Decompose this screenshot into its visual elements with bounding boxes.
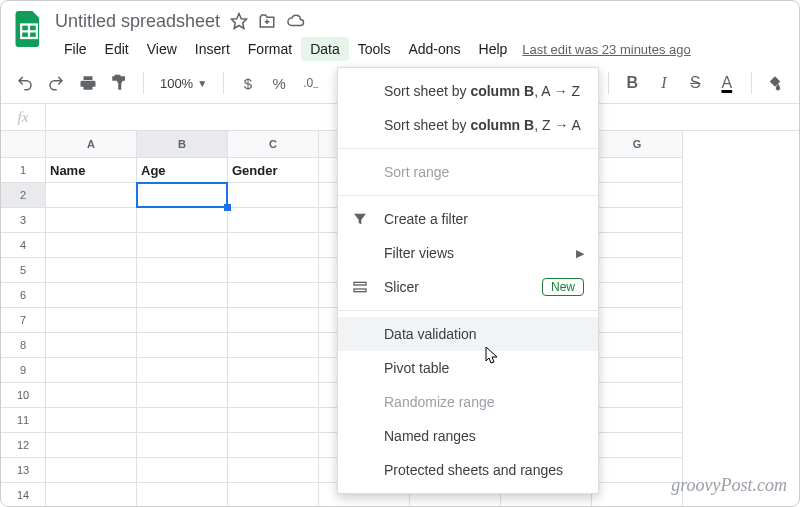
cell[interactable]	[46, 208, 137, 233]
cell[interactable]	[137, 458, 228, 483]
doc-title[interactable]: Untitled spreadsheet	[55, 11, 220, 32]
cell[interactable]	[137, 408, 228, 433]
cell[interactable]	[46, 258, 137, 283]
cell[interactable]	[592, 358, 683, 383]
cell[interactable]: Age	[137, 158, 228, 183]
menu-edit[interactable]: Edit	[96, 37, 138, 61]
row-header[interactable]: 8	[1, 333, 46, 358]
cell[interactable]	[228, 408, 319, 433]
col-header-G[interactable]: G	[592, 131, 683, 158]
menu-file[interactable]: File	[55, 37, 96, 61]
cell[interactable]	[137, 233, 228, 258]
cell[interactable]	[228, 233, 319, 258]
cell[interactable]	[137, 358, 228, 383]
cell[interactable]	[46, 308, 137, 333]
cell[interactable]	[228, 458, 319, 483]
row-header[interactable]: 2	[1, 183, 46, 208]
row-header[interactable]: 9	[1, 358, 46, 383]
cell[interactable]	[46, 383, 137, 408]
col-header-B[interactable]: B	[137, 131, 228, 158]
cell[interactable]	[228, 183, 319, 208]
row-header[interactable]: 13	[1, 458, 46, 483]
row-header[interactable]: 4	[1, 233, 46, 258]
cell[interactable]: Name	[46, 158, 137, 183]
cell[interactable]	[137, 333, 228, 358]
row-header[interactable]: 12	[1, 433, 46, 458]
cell[interactable]	[228, 483, 319, 508]
menu-view[interactable]: View	[138, 37, 186, 61]
cell[interactable]	[228, 433, 319, 458]
cell[interactable]	[228, 258, 319, 283]
col-header-C[interactable]: C	[228, 131, 319, 158]
cell[interactable]	[46, 408, 137, 433]
cell[interactable]	[228, 333, 319, 358]
cell[interactable]	[592, 283, 683, 308]
text-color-button[interactable]: A	[713, 69, 740, 97]
cell[interactable]	[137, 183, 228, 208]
cell[interactable]	[228, 383, 319, 408]
cloud-icon[interactable]	[286, 12, 306, 30]
menu-add-ons[interactable]: Add-ons	[399, 37, 469, 61]
cell[interactable]	[228, 308, 319, 333]
menu-sort-az[interactable]: Sort sheet by column B, A → Z	[338, 74, 598, 108]
cell[interactable]: Gender	[228, 158, 319, 183]
row-header[interactable]: 3	[1, 208, 46, 233]
cell[interactable]	[46, 483, 137, 508]
menu-sort-za[interactable]: Sort sheet by column B, Z → A	[338, 108, 598, 142]
row-header[interactable]: 5	[1, 258, 46, 283]
menu-data-validation[interactable]: Data validation	[338, 317, 598, 351]
decimal-dec-button[interactable]: .0_	[297, 69, 324, 97]
menu-help[interactable]: Help	[470, 37, 517, 61]
cell[interactable]	[592, 483, 683, 508]
paint-format-button[interactable]	[105, 69, 132, 97]
menu-insert[interactable]: Insert	[186, 37, 239, 61]
sheets-logo-icon[interactable]	[13, 9, 45, 49]
row-header[interactable]: 14	[1, 483, 46, 508]
cell[interactable]	[592, 433, 683, 458]
menu-slicer[interactable]: Slicer New	[338, 270, 598, 304]
strikethrough-button[interactable]: S	[682, 69, 709, 97]
menu-create-filter[interactable]: Create a filter	[338, 202, 598, 236]
cell[interactable]	[228, 283, 319, 308]
menu-format[interactable]: Format	[239, 37, 301, 61]
cell[interactable]	[592, 233, 683, 258]
move-icon[interactable]	[258, 12, 276, 30]
star-icon[interactable]	[230, 12, 248, 30]
cell[interactable]	[46, 283, 137, 308]
row-header[interactable]: 1	[1, 158, 46, 183]
cell[interactable]	[592, 458, 683, 483]
cell[interactable]	[46, 358, 137, 383]
cell[interactable]	[46, 333, 137, 358]
cell[interactable]	[592, 183, 683, 208]
zoom-select[interactable]: 100%▼	[154, 76, 213, 91]
row-header[interactable]: 7	[1, 308, 46, 333]
menu-named-ranges[interactable]: Named ranges	[338, 419, 598, 453]
col-header-A[interactable]: A	[46, 131, 137, 158]
menu-protected-sheets[interactable]: Protected sheets and ranges	[338, 453, 598, 487]
cell[interactable]	[46, 433, 137, 458]
menu-pivot-table[interactable]: Pivot table	[338, 351, 598, 385]
redo-button[interactable]	[42, 69, 69, 97]
cell[interactable]	[592, 158, 683, 183]
cell[interactable]	[137, 308, 228, 333]
currency-button[interactable]: $	[234, 69, 261, 97]
cell[interactable]	[46, 233, 137, 258]
italic-button[interactable]: I	[650, 69, 677, 97]
cell[interactable]	[228, 358, 319, 383]
row-header[interactable]: 10	[1, 383, 46, 408]
select-all-corner[interactable]	[1, 131, 46, 158]
cell[interactable]	[228, 208, 319, 233]
menu-tools[interactable]: Tools	[349, 37, 400, 61]
row-header[interactable]: 11	[1, 408, 46, 433]
fill-color-button[interactable]	[762, 69, 789, 97]
cell[interactable]	[592, 308, 683, 333]
menu-filter-views[interactable]: Filter views ▶	[338, 236, 598, 270]
percent-button[interactable]: %	[266, 69, 293, 97]
cell[interactable]	[592, 258, 683, 283]
cell[interactable]	[137, 383, 228, 408]
cell[interactable]	[592, 383, 683, 408]
menu-data[interactable]: Data	[301, 37, 349, 61]
cell[interactable]	[592, 408, 683, 433]
cell[interactable]	[592, 208, 683, 233]
cell[interactable]	[137, 483, 228, 508]
